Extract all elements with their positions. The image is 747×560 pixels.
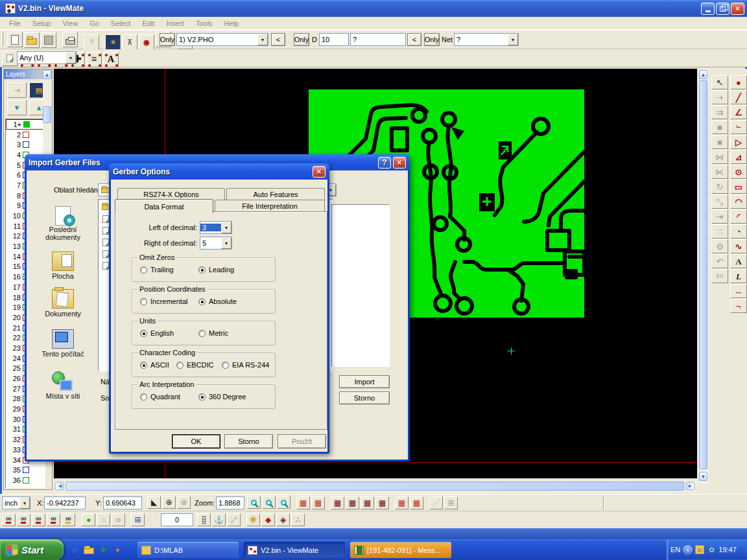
array-copy-icon[interactable]: ∷ [711, 224, 728, 239]
dcode-input[interactable]: 10 [319, 33, 349, 46]
menu-item-tools[interactable]: Tools [191, 18, 218, 29]
draw-polyline-icon[interactable]: ∠ [730, 105, 747, 119]
place-network[interactable]: Místa v síti [33, 371, 93, 400]
scroll-down-icon[interactable]: ▼ [699, 472, 707, 481]
scroll-thumb[interactable] [699, 80, 707, 469]
draw-pad-icon[interactable]: ● [730, 75, 747, 89]
prev-layer-button[interactable]: < [271, 33, 285, 46]
place-desktop[interactable]: Plocha [33, 251, 93, 280]
open-file-icon[interactable] [24, 32, 40, 48]
scroll-thumb[interactable] [65, 482, 684, 491]
grid-display-1-icon[interactable]: ▦ [296, 496, 310, 509]
settings-gear-icon[interactable]: ⚙ [711, 239, 728, 253]
context-help-icon[interactable]: ? [84, 34, 99, 50]
redraw-icon[interactable]: ✳ [105, 34, 121, 50]
place-documents[interactable]: Dokumenty [33, 289, 93, 318]
draw-label-icon[interactable]: L [730, 269, 747, 283]
scale-icon[interactable]: ⤡ [711, 194, 728, 209]
display-mode-2-icon[interactable]: ▦ [346, 496, 359, 509]
grid-major-icon[interactable]: ▦ [395, 496, 409, 509]
vertical-scrollbar[interactable]: ▲ ▼ [698, 69, 709, 484]
new-file-icon[interactable] [7, 32, 23, 47]
tab-file-interpretation[interactable]: File Interpretation [215, 200, 325, 212]
ie-icon[interactable]: e [68, 542, 81, 557]
undo-icon[interactable]: ↶ [711, 254, 728, 268]
layer-combo[interactable]: 1) V2.PHO ▼ [176, 33, 268, 46]
view-marks-icon[interactable]: ∞ [62, 513, 75, 526]
layer-row-2[interactable]: 2 [6, 130, 45, 140]
grid-dots-icon[interactable]: ⣿ [197, 513, 211, 526]
file-explorer-icon[interactable] [82, 542, 95, 557]
green-app-icon[interactable]: ❖ [97, 542, 110, 557]
highlight-on-icon[interactable]: ● [82, 513, 95, 526]
angle-measure-icon[interactable]: ◣ [147, 496, 161, 509]
prev-dcode-button[interactable]: < [407, 33, 421, 46]
flash-mode-icon[interactable]: ❖ [246, 513, 260, 526]
view-flash-icon[interactable]: ∞ [32, 513, 45, 526]
draw-line-icon[interactable]: ╱ [730, 90, 747, 104]
right-of-decimal-combo[interactable]: 5 ▼ [200, 237, 232, 250]
fill-solid-icon[interactable]: ■ [711, 120, 728, 134]
fill-outline-icon[interactable]: ■ [711, 135, 728, 149]
layer-row-3[interactable]: 3 [6, 139, 45, 150]
units-combo[interactable]: inch ▼ [2, 496, 30, 509]
left-of-decimal-combo[interactable]: 3 ▼ [200, 221, 232, 234]
place-recent-documents[interactable]: Poslední dokumenty [33, 206, 93, 241]
only-layer-button[interactable]: Only [160, 33, 175, 46]
display-mode-4-icon[interactable]: ▦ [375, 496, 389, 509]
highlight-query-icon[interactable]: ○ [112, 513, 125, 526]
draw-ray-icon[interactable]: ▷ [730, 135, 747, 149]
pad-dots-icon[interactable]: ∴ [291, 513, 305, 526]
cut-trace-icon[interactable]: ✄ [711, 269, 728, 283]
layer-row-1[interactable]: 1+ [6, 119, 45, 130]
move-object-icon[interactable]: ⇉ [711, 105, 728, 119]
tab-data-format[interactable]: Data Format [115, 199, 213, 213]
radio-ascii[interactable]: ASCII [140, 361, 169, 369]
origin-target-icon[interactable]: ⊕ [162, 496, 176, 509]
radio-trailing[interactable]: Trailing [140, 266, 174, 274]
apply-button[interactable]: Použít [278, 434, 326, 449]
selection-filter-combo[interactable]: Any (U) ▼ [17, 51, 77, 64]
pad-edit-icon[interactable]: ◈ [276, 513, 290, 526]
draw-dimension-icon[interactable]: ↔ [730, 284, 747, 298]
radio-quadrant[interactable]: Quadrant [140, 393, 180, 401]
place-my-computer[interactable]: Tento počítač [33, 329, 93, 358]
scroll-thumb[interactable] [43, 106, 51, 123]
cancel-button[interactable]: Storno [339, 391, 390, 404]
task-button-3[interactable]: [191-482-091] - Mess... [350, 542, 451, 558]
grid-display-2-icon[interactable]: ▦ [311, 496, 325, 509]
menu-item-help[interactable]: Help [219, 18, 244, 29]
language-indicator[interactable]: EN [670, 546, 680, 554]
anchor-icon[interactable]: ⚓ [212, 513, 226, 526]
mirror-vertical-icon[interactable]: ⋉ [711, 165, 728, 179]
menu-item-setup[interactable]: Setup [27, 18, 56, 29]
chevron-down-icon[interactable]: ▼ [257, 34, 268, 45]
view-layers-icon[interactable]: ∞ [17, 513, 30, 526]
only-dcode-button[interactable]: Only [294, 33, 309, 46]
radio-eia-rs244[interactable]: EIA RS-244 [222, 361, 269, 369]
draw-text-icon[interactable]: A [730, 254, 747, 268]
import-button[interactable]: Import [339, 375, 390, 388]
chevron-down-icon[interactable]: ▼ [19, 497, 30, 509]
gerber-dialog-titlebar[interactable]: Gerber Options × [109, 163, 329, 180]
move-vertex-icon[interactable]: ⇢ [711, 90, 728, 104]
close-icon[interactable]: × [393, 157, 406, 169]
display-mode-3-icon[interactable]: ▦ [361, 496, 374, 509]
radio-incremental[interactable]: Incremental [140, 298, 187, 305]
chevron-down-icon[interactable]: ▼ [221, 222, 231, 233]
cursor-tool-icon[interactable]: ↖ [711, 75, 728, 89]
zoom-in-icon[interactable] [247, 496, 261, 509]
save-icon[interactable] [41, 32, 56, 48]
draw-arc-dot-icon[interactable]: ◔ [730, 224, 747, 239]
radio-360-degree[interactable]: 360 Degree [198, 393, 246, 401]
layer-row-36[interactable]: 36 [6, 475, 45, 485]
zoom-window-icon[interactable] [277, 496, 290, 509]
tray-collapse-icon[interactable]: ‹ [683, 545, 693, 555]
layer-color-swatch[interactable] [23, 477, 29, 484]
select-any-icon[interactable] [2, 51, 18, 66]
chevron-down-icon[interactable]: ▼ [221, 237, 231, 249]
menu-item-select[interactable]: Select [106, 18, 136, 29]
restore-button[interactable] [716, 3, 729, 15]
radio-absolute[interactable]: Absolute [198, 298, 237, 305]
highlight-off-icon[interactable]: ○ [97, 513, 110, 526]
